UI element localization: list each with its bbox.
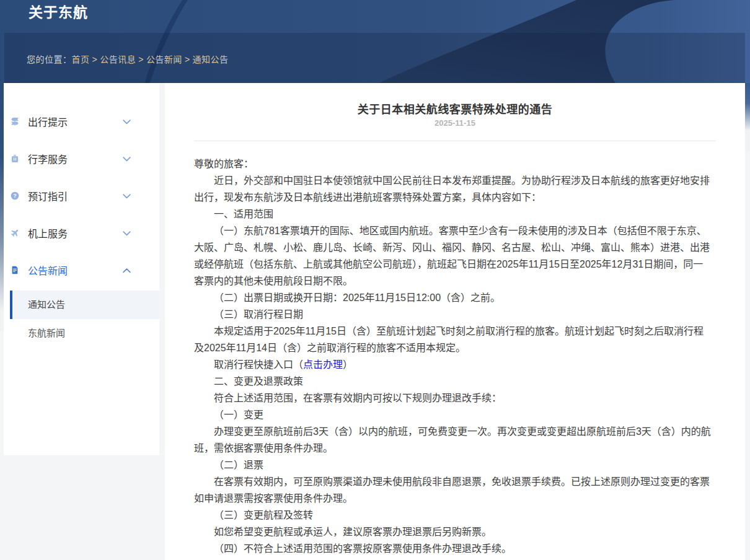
svg-text:?: ? bbox=[13, 193, 17, 199]
